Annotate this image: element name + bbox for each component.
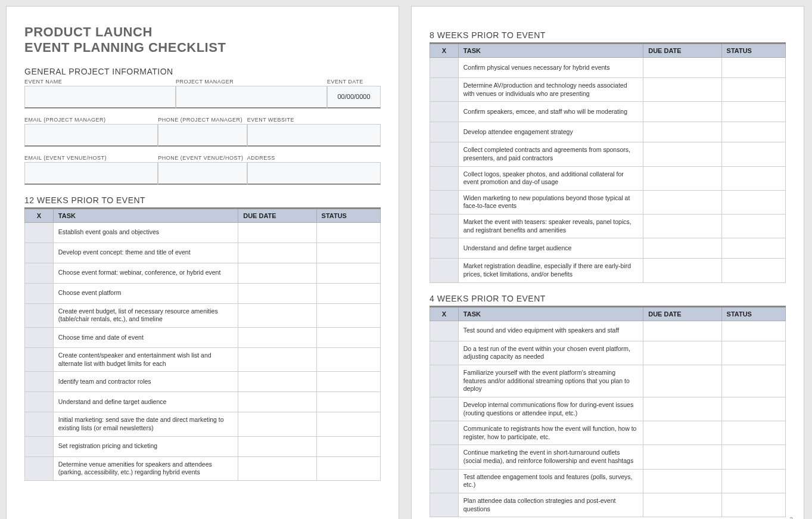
due-cell[interactable] (643, 421, 721, 445)
due-cell[interactable] (238, 283, 316, 303)
checkbox-cell[interactable] (25, 283, 54, 303)
checkbox-cell[interactable] (430, 142, 459, 166)
checkbox-cell[interactable] (25, 456, 54, 480)
checkbox-cell[interactable] (430, 397, 459, 421)
checkbox-cell[interactable] (430, 321, 459, 341)
status-cell[interactable] (721, 397, 785, 421)
status-cell[interactable] (721, 166, 785, 190)
status-cell[interactable] (316, 263, 380, 283)
status-cell[interactable] (721, 493, 785, 517)
checkbox-cell[interactable] (430, 259, 459, 282)
status-cell[interactable] (721, 122, 785, 142)
checkbox-cell[interactable] (25, 263, 54, 283)
status-cell[interactable] (316, 222, 380, 243)
due-cell[interactable] (238, 263, 316, 283)
status-cell[interactable] (721, 469, 785, 493)
event-date-input[interactable]: 00/00/0000 (327, 86, 381, 108)
checkbox-cell[interactable] (25, 392, 54, 412)
task-cell: Communicate to registrants how the event… (458, 421, 643, 445)
due-cell[interactable] (643, 78, 721, 102)
due-cell[interactable] (643, 397, 721, 421)
due-cell[interactable] (238, 412, 316, 436)
checkbox-cell[interactable] (430, 421, 459, 445)
status-cell[interactable] (316, 283, 380, 303)
due-cell[interactable] (643, 142, 721, 166)
due-cell[interactable] (643, 166, 721, 190)
checkbox-cell[interactable] (430, 365, 459, 397)
status-cell[interactable] (721, 445, 785, 469)
status-cell[interactable] (316, 436, 380, 456)
due-cell[interactable] (643, 102, 721, 122)
event-website-input[interactable] (247, 124, 381, 147)
due-cell[interactable] (643, 493, 721, 517)
checkbox-cell[interactable] (430, 469, 459, 493)
checkbox-cell[interactable] (430, 78, 459, 102)
due-cell[interactable] (238, 456, 316, 480)
due-cell[interactable] (643, 341, 721, 365)
due-cell[interactable] (643, 122, 721, 142)
due-cell[interactable] (238, 372, 316, 392)
email-pm-input[interactable] (24, 124, 158, 147)
status-cell[interactable] (316, 372, 380, 392)
checkbox-cell[interactable] (25, 436, 54, 456)
checkbox-cell[interactable] (25, 303, 54, 327)
status-cell[interactable] (721, 321, 785, 341)
checkbox-cell[interactable] (430, 238, 459, 259)
checkbox-cell[interactable] (430, 58, 459, 78)
checkbox-cell[interactable] (430, 190, 459, 214)
status-cell[interactable] (721, 238, 785, 259)
checkbox-cell[interactable] (25, 243, 54, 263)
due-cell[interactable] (643, 259, 721, 282)
status-cell[interactable] (721, 421, 785, 445)
checkbox-cell[interactable] (430, 445, 459, 469)
status-cell[interactable] (721, 341, 785, 365)
status-cell[interactable] (316, 348, 380, 372)
status-cell[interactable] (316, 456, 380, 480)
status-cell[interactable] (721, 190, 785, 214)
phone-pm-input[interactable] (158, 124, 247, 147)
status-cell[interactable] (721, 102, 785, 122)
checkbox-cell[interactable] (430, 215, 459, 238)
status-cell[interactable] (721, 365, 785, 397)
due-cell[interactable] (643, 58, 721, 78)
due-cell[interactable] (238, 348, 316, 372)
due-cell[interactable] (643, 365, 721, 397)
due-cell[interactable] (238, 222, 316, 243)
status-cell[interactable] (721, 58, 785, 78)
status-cell[interactable] (316, 412, 380, 436)
project-manager-input[interactable] (176, 86, 327, 108)
address-input[interactable] (247, 162, 381, 185)
due-cell[interactable] (643, 445, 721, 469)
status-cell[interactable] (316, 303, 380, 327)
checkbox-cell[interactable] (430, 166, 459, 190)
due-cell[interactable] (643, 321, 721, 341)
checkbox-cell[interactable] (25, 412, 54, 436)
phone-venue-input[interactable] (158, 162, 247, 185)
status-cell[interactable] (316, 243, 380, 263)
due-cell[interactable] (238, 392, 316, 412)
checkbox-cell[interactable] (25, 348, 54, 372)
status-cell[interactable] (316, 392, 380, 412)
due-cell[interactable] (238, 243, 316, 263)
status-cell[interactable] (316, 328, 380, 348)
checkbox-cell[interactable] (430, 122, 459, 142)
checkbox-cell[interactable] (25, 328, 54, 348)
checkbox-cell[interactable] (25, 372, 54, 392)
checkbox-cell[interactable] (430, 102, 459, 122)
checkbox-cell[interactable] (430, 493, 459, 517)
due-cell[interactable] (238, 328, 316, 348)
email-venue-input[interactable] (24, 162, 158, 185)
status-cell[interactable] (721, 142, 785, 166)
status-cell[interactable] (721, 78, 785, 102)
due-cell[interactable] (238, 436, 316, 456)
event-name-input[interactable] (24, 86, 176, 108)
due-cell[interactable] (643, 215, 721, 238)
checkbox-cell[interactable] (430, 341, 459, 365)
due-cell[interactable] (643, 469, 721, 493)
due-cell[interactable] (238, 303, 316, 327)
due-cell[interactable] (643, 190, 721, 214)
due-cell[interactable] (643, 238, 721, 259)
checkbox-cell[interactable] (25, 222, 54, 243)
status-cell[interactable] (721, 215, 785, 238)
status-cell[interactable] (721, 259, 785, 282)
